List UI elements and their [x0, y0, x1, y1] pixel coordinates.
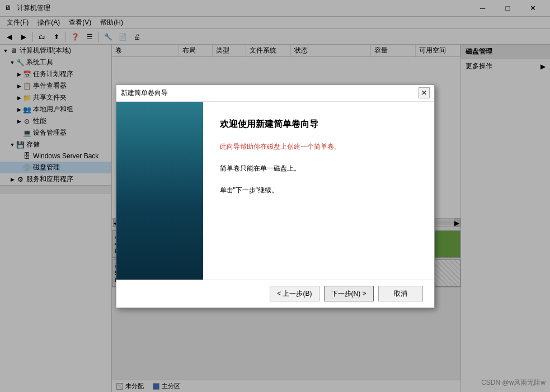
dialog-back-button[interactable]: < 上一步(B)	[270, 286, 319, 301]
dialog-overlay: 新建简单卷向导 ✕ 欢迎使用新建简单卷向导 此向导帮助你在磁盘上创建一个简单卷。…	[0, 0, 550, 392]
dialog-footer: < 上一步(B) 下一步(N) > 取消	[116, 280, 434, 308]
dialog-close-button[interactable]: ✕	[419, 87, 430, 98]
dialog-title: 新建简单卷向导	[121, 88, 168, 98]
dialog-cancel-button[interactable]: 取消	[378, 286, 423, 301]
new-simple-volume-dialog: 新建简单卷向导 ✕ 欢迎使用新建简单卷向导 此向导帮助你在磁盘上创建一个简单卷。…	[116, 84, 435, 308]
dialog-body: 欢迎使用新建简单卷向导 此向导帮助你在磁盘上创建一个简单卷。 简单卷只能在单一磁…	[116, 102, 434, 280]
dialog-text-1: 此向导帮助你在磁盘上创建一个简单卷。	[220, 141, 417, 152]
dialog-titlebar: 新建简单卷向导 ✕	[116, 85, 434, 102]
dialog-content: 欢迎使用新建简单卷向导 此向导帮助你在磁盘上创建一个简单卷。 简单卷只能在单一磁…	[203, 102, 434, 280]
dialog-main-title: 欢迎使用新建简单卷向导	[220, 119, 417, 130]
dialog-decorative-sidebar	[116, 102, 203, 280]
dialog-text-2: 简单卷只能在单一磁盘上。	[220, 163, 417, 174]
dialog-next-button[interactable]: 下一步(N) >	[324, 286, 374, 301]
dialog-text-3: 单击"下一步"继续。	[220, 185, 417, 196]
